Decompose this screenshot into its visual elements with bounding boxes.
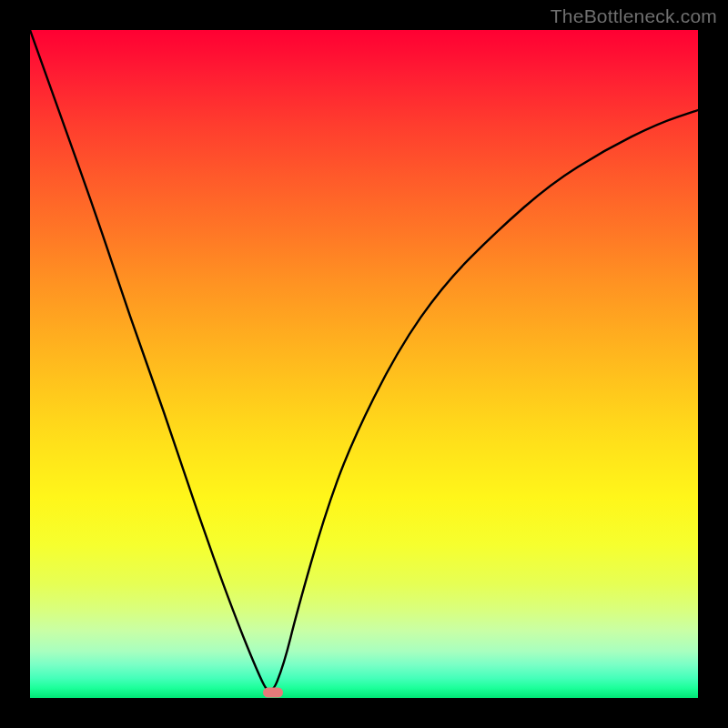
plot-area (30, 30, 698, 698)
optimal-marker (263, 688, 283, 698)
chart-frame: TheBottleneck.com (0, 0, 728, 728)
bottleneck-curve (30, 30, 698, 698)
watermark-text: TheBottleneck.com (551, 5, 717, 27)
